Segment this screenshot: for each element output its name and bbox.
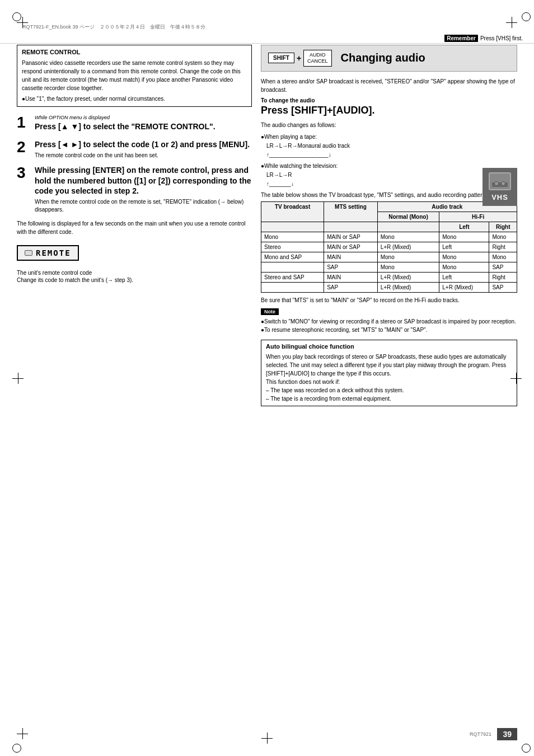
tv-sequence: LR→L→R ↑_______↓ bbox=[261, 171, 517, 189]
table-cell: Mono bbox=[377, 262, 439, 272]
col-broadcast: TV broadcast bbox=[261, 201, 324, 222]
remote-display-text: REMOTE bbox=[36, 248, 71, 257]
step-2-desc: The remote control code on the unit has … bbox=[35, 152, 252, 159]
broadcast-desc: When a stereo and/or SAP broadcast is re… bbox=[261, 77, 517, 94]
remote-icon bbox=[25, 250, 32, 256]
col-normal: Normal (Mono) bbox=[377, 212, 439, 222]
page-number: 39 bbox=[497, 728, 517, 740]
changing-audio-header: SHIFT + AUDIO CANCEL Changing audio bbox=[261, 45, 517, 72]
table-cell: Left bbox=[439, 272, 489, 282]
table-cell: L+R (Mixed) bbox=[377, 272, 439, 282]
note-box: Note ●Switch to "MONO" for viewing or re… bbox=[261, 308, 517, 334]
vhs-badge: VHS bbox=[483, 168, 517, 206]
step-2-number: 2 bbox=[17, 139, 29, 159]
table-cell: SAP bbox=[324, 262, 378, 272]
plus-icon: + bbox=[297, 54, 301, 63]
page-code: RQT7921 bbox=[470, 731, 491, 737]
col-mts: MTS setting bbox=[324, 201, 378, 222]
table-cell: L+R (Mixed) bbox=[439, 282, 489, 292]
remote-display-label: The following is displayed for a few sec… bbox=[17, 219, 252, 236]
table-cell: SAP bbox=[489, 282, 517, 292]
step-3-desc: When the remote control code on the remo… bbox=[35, 198, 252, 214]
auto-bilingual-box: Auto bilingual choice function When you … bbox=[261, 340, 517, 406]
table-cell: MAIN or SAP bbox=[324, 232, 378, 242]
step-1-heading: Press [▲ ▼] to select the "REMOTE CONTRO… bbox=[35, 121, 252, 132]
table-cell: Mono bbox=[261, 232, 324, 242]
header-note: RememberPress [VHS] first. bbox=[444, 35, 523, 41]
corner-mark-tr bbox=[506, 17, 517, 28]
remote-control-desc: Panasonic video cassette recorders use t… bbox=[22, 59, 247, 103]
audio-table-body: MonoMAIN or SAPMonoMonoMonoStereoMAIN or… bbox=[261, 232, 517, 292]
corner-mark-bl bbox=[17, 728, 28, 739]
note-items: ●Switch to "MONO" for viewing or recordi… bbox=[261, 317, 517, 334]
auto-bilingual-title: Auto bilingual choice function bbox=[266, 343, 512, 350]
step-1-number: 1 bbox=[17, 115, 29, 134]
step-1-label: While OPTION menu is displayed bbox=[35, 115, 252, 120]
table-cell bbox=[261, 262, 324, 272]
table-cell: Mono bbox=[489, 252, 517, 262]
table-desc: The table below shows the TV broadcast t… bbox=[261, 192, 517, 198]
table-cell bbox=[261, 282, 324, 292]
table-cell: Left bbox=[439, 242, 489, 252]
note-item: ●To resume stereophonic recording, set "… bbox=[261, 326, 517, 334]
step-3: 3 While pressing [ENTER] on the remote c… bbox=[17, 165, 252, 214]
audio-changes-heading: The audio changes as follows: bbox=[261, 121, 517, 129]
col-hifi: Hi-Fi bbox=[439, 212, 517, 222]
table-cell: Mono and SAP bbox=[261, 252, 324, 262]
table-cell: Stereo bbox=[261, 242, 324, 252]
remote-display-inner: REMOTE bbox=[25, 248, 71, 257]
step-3-content: While pressing [ENTER] on the remote con… bbox=[35, 165, 252, 214]
table-cell: SAP bbox=[489, 262, 517, 272]
table-cell: MAIN bbox=[324, 252, 378, 262]
table-cell: Right bbox=[489, 272, 517, 282]
vhs-text: VHS bbox=[491, 193, 508, 201]
table-cell: Mono bbox=[377, 232, 439, 242]
remote-control-bullet: ●Use "1", the factory preset, under norm… bbox=[22, 95, 247, 103]
step-3-number: 3 bbox=[17, 165, 29, 214]
audio-changes-details: ●When playing a tape: LR→L→R→Monaural au… bbox=[261, 133, 517, 189]
changing-audio-title: Changing audio bbox=[341, 51, 425, 64]
remember-label: Remember bbox=[444, 35, 478, 42]
left-column: REMOTE CONTROL Panasonic video cassette … bbox=[17, 45, 252, 722]
audio-button: AUDIO CANCEL bbox=[303, 50, 332, 67]
step-1: 1 While OPTION menu is displayed Press [… bbox=[17, 115, 252, 134]
table-cell: Mono bbox=[377, 252, 439, 262]
file-info: RQT7921-F_EN.book 39 ページ ２００５年２月４日 金曜日 午… bbox=[22, 24, 205, 31]
be-sure-note: Be sure that "MTS" is set to "MAIN" or "… bbox=[261, 297, 517, 303]
table-cell: MAIN bbox=[324, 272, 378, 282]
col-left: Left bbox=[439, 222, 489, 232]
auto-bilingual-desc: When you play back recordings of stereo … bbox=[266, 353, 512, 403]
col-right: Right bbox=[489, 222, 517, 232]
right-column: SHIFT + AUDIO CANCEL Changing audio When… bbox=[261, 45, 517, 722]
shift-button: SHIFT bbox=[268, 53, 294, 63]
remote-control-box: REMOTE CONTROL Panasonic video cassette … bbox=[17, 45, 252, 107]
step-3-heading: While pressing [ENTER] on the remote con… bbox=[35, 165, 252, 196]
step-2-heading: Press [◄ ►] to select the code (1 or 2) … bbox=[35, 139, 252, 149]
note-label: Note bbox=[261, 308, 279, 315]
changing-audio-buttons: SHIFT + AUDIO CANCEL bbox=[268, 50, 332, 67]
table-cell: Right bbox=[489, 242, 517, 252]
to-change-label: To change the audio bbox=[261, 97, 517, 104]
audio-table: TV broadcast MTS setting Audio track Nor… bbox=[261, 201, 517, 293]
vhs-cassette-icon bbox=[489, 172, 511, 190]
note-item: ●Switch to "MONO" for viewing or recordi… bbox=[261, 317, 517, 326]
table-cell: Stereo and SAP bbox=[261, 272, 324, 282]
note-content: ●Switch to "MONO" for viewing or recordi… bbox=[261, 317, 517, 334]
table-cell: L+R (Mixed) bbox=[377, 242, 439, 252]
step-2: 2 Press [◄ ►] to select the code (1 or 2… bbox=[17, 139, 252, 159]
remote-change-label: Change its code to match the unit's (→ s… bbox=[17, 277, 252, 283]
table-cell: Mono bbox=[489, 232, 517, 242]
remote-display-box: REMOTE bbox=[17, 245, 79, 261]
press-shift-audio: Press [SHIFT]+[AUDIO]. bbox=[261, 105, 517, 116]
table-cell: Mono bbox=[439, 232, 489, 242]
table-cell: L+R (Mixed) bbox=[377, 282, 439, 292]
table-cell: MAIN or SAP bbox=[324, 242, 378, 252]
remote-display-area: REMOTE bbox=[17, 240, 252, 266]
table-cell: SAP bbox=[324, 282, 378, 292]
remote-code-label: The unit's remote control code bbox=[17, 270, 252, 276]
table-cell: Mono bbox=[439, 252, 489, 262]
center-bottom-mark bbox=[261, 732, 273, 744]
tape-sequence: LR→L→R→Monaural audio track ↑___________… bbox=[261, 142, 517, 159]
remote-control-title: REMOTE CONTROL bbox=[22, 49, 247, 55]
step-1-content: While OPTION menu is displayed Press [▲ … bbox=[35, 115, 252, 134]
